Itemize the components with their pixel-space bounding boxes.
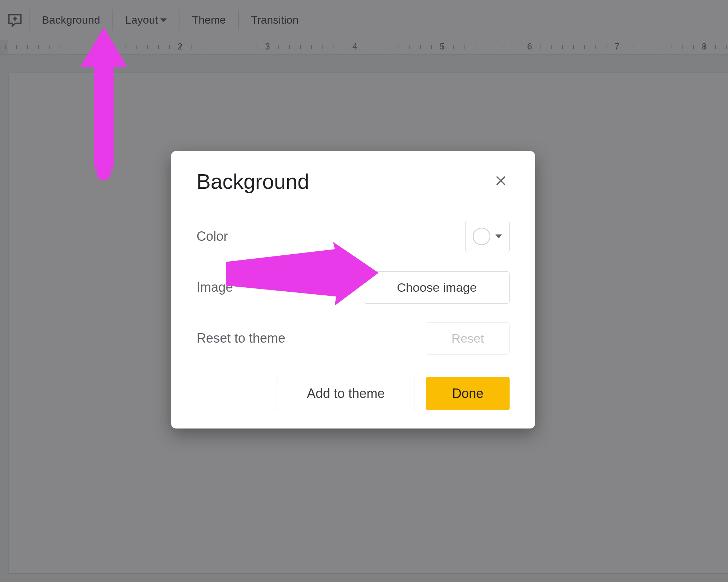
color-picker-button[interactable] bbox=[465, 221, 510, 252]
color-row-label: Color bbox=[197, 229, 228, 244]
done-label: Done bbox=[452, 386, 483, 401]
close-icon bbox=[494, 174, 507, 187]
background-dialog: Background Color Image Choose image Rese… bbox=[171, 151, 535, 428]
reset-to-theme-label: Reset to theme bbox=[197, 331, 285, 346]
dialog-close-button[interactable] bbox=[492, 172, 510, 191]
caret-down-icon bbox=[495, 233, 502, 240]
reset-button[interactable]: Reset bbox=[426, 322, 510, 355]
image-row-label: Image bbox=[197, 280, 233, 295]
choose-image-label: Choose image bbox=[397, 280, 476, 294]
dialog-title: Background bbox=[197, 169, 309, 194]
done-button[interactable]: Done bbox=[426, 377, 510, 410]
add-to-theme-button[interactable]: Add to theme bbox=[277, 377, 415, 410]
choose-image-button[interactable]: Choose image bbox=[364, 271, 510, 304]
color-swatch bbox=[473, 228, 490, 245]
add-to-theme-label: Add to theme bbox=[307, 386, 385, 401]
reset-button-label: Reset bbox=[452, 331, 484, 345]
